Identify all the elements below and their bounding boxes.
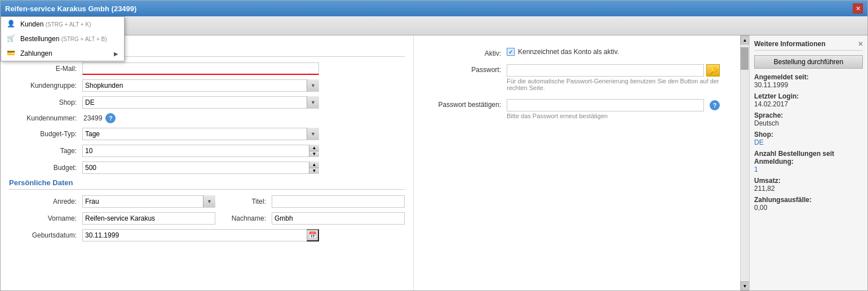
vorname-nachname-row: Vorname: Nachname: bbox=[9, 212, 405, 225]
passwort-label: Passwort: bbox=[422, 64, 507, 74]
aktiv-checkbox-wrap: ✓ Kennzeichnet das Konto als aktiv. bbox=[507, 48, 732, 56]
geburtsdatum-input[interactable] bbox=[82, 229, 319, 241]
shop-label: Shop: bbox=[9, 99, 82, 106]
nav-bestellungen-label: Bestellungen (STRG + ALT + B) bbox=[20, 35, 118, 43]
titlebar: Reifen-service Karakus Gmbh (23499) ✕ bbox=[1, 1, 867, 16]
anrede-select-wrap: Frau ▼ bbox=[82, 195, 215, 208]
sidebar-umsatz: Umsatz: 211,82 bbox=[754, 177, 863, 192]
nav-item-bestellungen[interactable]: 🛒 Bestellungen (STRG + ALT + B) bbox=[1, 32, 124, 46]
passwort-bestaetigen-control: ? Bitte das Passwort erneut bestätigen bbox=[507, 99, 732, 119]
tage-spinner-wrap: ▲ ▼ bbox=[82, 145, 319, 157]
anrede-titel-row: Anrede: Frau ▼ Titel: bbox=[9, 195, 405, 208]
aktiv-row: Aktiv: ✓ Kennzeichnet das Konto als akti… bbox=[422, 48, 732, 57]
anrede-label: Anrede: bbox=[9, 198, 82, 205]
passwort-hint: Für die automatische Passwort-Generierun… bbox=[507, 78, 732, 91]
main-window: Reifen-service Karakus Gmbh (23499) ✕ Da… bbox=[0, 0, 868, 291]
form-area: Stammdaten E-Mail: Kundengruppe: Shopkun… bbox=[1, 35, 413, 290]
aktiv-label: Aktiv: bbox=[422, 48, 507, 57]
kundengruppe-label: Kundengruppe: bbox=[9, 82, 82, 89]
passwort-input[interactable] bbox=[507, 64, 704, 77]
vorname-input[interactable] bbox=[82, 212, 215, 225]
main-content: Stammdaten E-Mail: Kundengruppe: Shopkun… bbox=[1, 35, 867, 290]
budget-label: Budget: bbox=[9, 164, 82, 172]
passwort-bestaetigen-wrap: ? bbox=[507, 99, 732, 111]
titel-input[interactable] bbox=[272, 195, 405, 208]
kundengruppe-select-wrap: Shopkunden ▼ bbox=[82, 79, 319, 92]
passwort-bestaetigen-label: Passwort bestätigen: bbox=[422, 99, 507, 109]
shop-select-wrap: DE ▼ bbox=[82, 96, 319, 109]
tage-input[interactable] bbox=[82, 145, 319, 157]
passwort-bestaetigen-help-icon[interactable]: ? bbox=[710, 100, 720, 110]
budget-typ-select[interactable]: Tage bbox=[82, 128, 319, 140]
sidebar-angemeldet-seit: Angemeldet seit: 30.11.1999 bbox=[754, 73, 863, 89]
sidebar-bestellungen: Anzahl Bestellungen seit Anmeldung: 1 bbox=[754, 150, 863, 173]
zahlungen-icon: 💳 bbox=[7, 49, 16, 58]
email-control bbox=[82, 62, 319, 75]
nav-item-zahlungen[interactable]: 💳 Zahlungen ▶ bbox=[1, 46, 124, 61]
tage-spinner-buttons: ▲ ▼ bbox=[309, 145, 319, 157]
nav-zahlungen-label: Zahlungen bbox=[20, 50, 109, 57]
right-panel: Aktiv: ✓ Kennzeichnet das Konto als akti… bbox=[413, 35, 740, 290]
persoenliche-daten-header: Persönliche Daten bbox=[9, 178, 405, 190]
scroll-thumb[interactable] bbox=[741, 47, 749, 70]
sidebar-zahlungsausfaelle: Zahlungsausfälle: 0,00 bbox=[754, 196, 863, 212]
anrede-select[interactable]: Frau bbox=[82, 195, 215, 208]
kundengruppe-select[interactable]: Shopkunden bbox=[82, 79, 319, 92]
kundengruppe-row: Kundengruppe: Shopkunden ▼ bbox=[9, 79, 405, 92]
tage-control: ▲ ▼ bbox=[82, 145, 319, 157]
nav-item-kunden[interactable]: 👤 Kunden (STRG + ALT + K) bbox=[1, 17, 124, 32]
vorname-control bbox=[82, 212, 215, 225]
geburtsdatum-control: 📅 bbox=[82, 229, 319, 241]
bestellungen-icon: 🛒 bbox=[7, 34, 16, 43]
tage-decrement-button[interactable]: ▼ bbox=[309, 151, 319, 158]
window-close-button[interactable]: ✕ bbox=[853, 3, 863, 14]
sidebar-shop: Shop: DE bbox=[754, 131, 863, 146]
anrede-control: Frau ▼ bbox=[82, 195, 215, 208]
sidebar-close-button[interactable]: ✕ bbox=[858, 41, 863, 48]
scrollbar: ▲ ▼ bbox=[740, 35, 749, 290]
kunden-icon: 👤 bbox=[7, 20, 16, 29]
sidebar-letzter-login: Letzter Login: 14.02.2017 bbox=[754, 92, 863, 108]
budget-increment-button[interactable]: ▲ bbox=[309, 162, 319, 168]
budget-spinner-wrap: ▲ ▼ bbox=[82, 162, 319, 174]
nachname-label: Nachname: bbox=[227, 214, 272, 222]
kundengruppe-control: Shopkunden ▼ bbox=[82, 79, 319, 92]
aktiv-checkbox[interactable]: ✓ bbox=[507, 48, 515, 56]
budget-decrement-button[interactable]: ▼ bbox=[309, 168, 319, 174]
budget-input[interactable] bbox=[82, 162, 319, 174]
budget-spinner-buttons: ▲ ▼ bbox=[309, 162, 319, 174]
nachname-control bbox=[272, 212, 405, 225]
aktiv-description: Kennzeichnet das Konto als aktiv. bbox=[518, 48, 619, 56]
shop-control: DE ▼ bbox=[82, 96, 319, 109]
shop-select[interactable]: DE bbox=[82, 96, 319, 109]
budget-typ-row: Budget-Typ: Tage ▼ bbox=[9, 128, 405, 140]
zahlungen-arrow-icon: ▶ bbox=[114, 51, 118, 57]
kundennummer-label: Kundennummer: bbox=[9, 114, 82, 122]
bestellung-durchfuehren-button[interactable]: Bestellung durchführen bbox=[754, 55, 863, 69]
nachname-input[interactable] bbox=[272, 212, 405, 225]
tage-increment-button[interactable]: ▲ bbox=[309, 145, 319, 151]
tage-row: Tage: ▲ ▼ bbox=[9, 145, 405, 157]
kundennummer-help-icon[interactable]: ? bbox=[105, 113, 116, 123]
scroll-track bbox=[741, 44, 749, 281]
passwort-row: Passwort: 🔑 Für die automatische Passwor… bbox=[422, 64, 732, 91]
budget-typ-control: Tage ▼ bbox=[82, 128, 319, 140]
email-input[interactable] bbox=[82, 62, 319, 75]
nav-kunden-shortcut: (STRG + ALT + K) bbox=[46, 21, 91, 28]
key-icon[interactable]: 🔑 bbox=[706, 64, 720, 77]
toolbar: Date 👤 Kunden (STRG + ALT + K) 🛒 Bestell… bbox=[1, 16, 867, 35]
scroll-down-button[interactable]: ▼ bbox=[741, 281, 750, 290]
checkbox-check-icon: ✓ bbox=[508, 49, 513, 55]
shop-row: Shop: DE ▼ bbox=[9, 96, 405, 109]
scroll-up-button[interactable]: ▲ bbox=[741, 35, 750, 44]
titel-control bbox=[272, 195, 405, 208]
passwort-bestaetigen-input[interactable] bbox=[507, 99, 704, 111]
tage-label: Tage: bbox=[9, 147, 82, 155]
window-title: Reifen-service Karakus Gmbh (23499) bbox=[5, 5, 136, 13]
passwort-bestaetigen-row: Passwort bestätigen: ? Bitte das Passwor… bbox=[422, 99, 732, 119]
geburtsdatum-label: Geburtsdatum: bbox=[9, 231, 82, 239]
sidebar: Weitere Informationen ✕ Bestellung durch… bbox=[749, 35, 867, 290]
calendar-icon[interactable]: 📅 bbox=[307, 229, 319, 241]
nav-bestellungen-shortcut: (STRG + ALT + B) bbox=[61, 36, 107, 42]
budget-typ-label: Budget-Typ: bbox=[9, 130, 82, 138]
